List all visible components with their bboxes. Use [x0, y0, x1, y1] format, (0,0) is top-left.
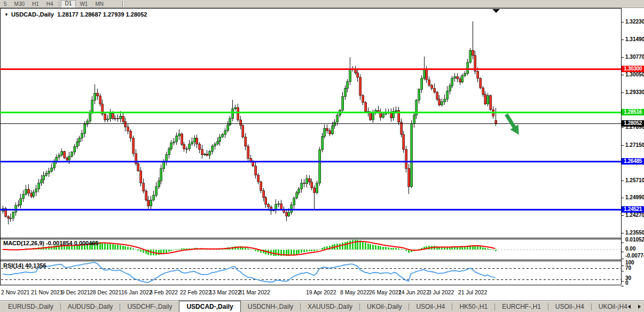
symbol-tab-xauusd[interactable]: XAUUSD-,Daily [301, 301, 359, 312]
timeframe-button-5[interactable]: 5 [0, 1, 11, 7]
macd-signal-value: 0.000465 [74, 240, 99, 246]
tab-scroll-right-icon[interactable] [638, 305, 641, 309]
rsi-indicator-label: RSI(14) 40.1356 [3, 262, 46, 269]
toolbar-divider [59, 1, 59, 7]
symbol-tab-ukoil[interactable]: UKOil-,Daily [360, 301, 409, 312]
price-tick-label: 1.29330 [625, 89, 644, 95]
date-label: 3 Feb 2022 [150, 289, 178, 295]
ohlc-close-value: 1.28052 [126, 11, 147, 18]
macd-axis-label: 0.01052 [625, 237, 644, 243]
candles-group [2, 21, 497, 224]
date-label: 3 Jul 2022 [428, 289, 454, 295]
price-tick-label: 1.24990 [625, 194, 644, 200]
date-label: 19 Apr 2022 [306, 289, 336, 295]
rsi-axis-label: 70 [625, 265, 631, 271]
timeframe-toolbar: 5M30H1H4D1W1MN [0, 0, 644, 8]
date-label: 16 Jan 2022 [121, 289, 152, 295]
ohlc-low-value: 1.27939 [103, 11, 124, 18]
date-label: 21 Nov 2021 [31, 289, 63, 295]
symbol-tab-usdcnh[interactable]: USDCNH-,Daily [241, 301, 300, 312]
macd-axis-label: -0.00774 [625, 253, 644, 259]
toolbar-section-divider [122, 1, 123, 7]
price-tick-label: 1.30770 [625, 54, 644, 60]
tab-scroll-left-icon[interactable] [628, 305, 631, 309]
macd-indicator-label: MACD(12,26,9) -0.001854 0.000465 [3, 240, 99, 246]
tab-divider [618, 303, 618, 310]
price-badge: 1.28052 [622, 120, 644, 127]
chart-dropdown-icon[interactable]: ▼ [4, 12, 9, 17]
down-right-arrow-icon[interactable] [502, 112, 523, 137]
symbol-tab-usdcad[interactable]: USDCAD-,Daily [179, 301, 240, 312]
price-tick-label: 1.31490 [625, 36, 644, 42]
date-label: 31 Mar 2022 [239, 289, 270, 295]
date-label: 22 Feb 2022 [180, 289, 211, 295]
down-triangle-marker-icon [492, 9, 500, 13]
date-label: 8 May 2022 [340, 289, 370, 295]
macd-main-value: -0.001854 [46, 240, 73, 246]
ohlc-high-value: 1.28687 [80, 11, 101, 18]
trading-terminal-window: 5M30H1H4D1W1MN ▼USDCAD-,Daily 1.28177 1.… [0, 0, 644, 312]
rsi-value: 40.1356 [25, 262, 46, 269]
symbol-tab-bar: EURUSD-,DailyAUDUSD-,DailyUSDCHF-,DailyU… [0, 300, 644, 312]
price-tick-label: 1.32230 [625, 19, 644, 25]
date-label: 9 Dec 2021 [61, 289, 90, 295]
price-tick-label: 1.24270 [625, 212, 644, 218]
date-label: 13 Mar 2022 [209, 289, 241, 295]
symbol-tab-usoil[interactable]: USOil-,H4 [548, 301, 591, 312]
symbol-tab-eurchf[interactable]: EURCHF-,H1 [495, 301, 548, 312]
timeframe-button-w1[interactable]: W1 [76, 1, 91, 7]
price-tick-label: 1.27150 [625, 142, 644, 148]
price-badge: 1.26485 [622, 158, 644, 165]
price-tick-label: 1.30050 [625, 72, 644, 77]
symbol-tab-audusd[interactable]: AUDUSD-,Daily [61, 301, 120, 312]
price-tick-label: 1.23550 [625, 230, 644, 236]
timeframe-button-mn[interactable]: MN [91, 1, 107, 7]
rsi-name: RSI(14) [3, 262, 23, 269]
rsi-axis-label: 0 [625, 280, 629, 286]
macd-axis-label: 0.00 [625, 246, 635, 252]
symbol-tab-eurusd[interactable]: EURUSD-,Daily [1, 301, 60, 312]
price-badge: 1.28516 [622, 109, 644, 115]
date-label: 2 Nov 2021 [1, 289, 30, 295]
symbol-tab-usdchf[interactable]: USDCHF-,Daily [120, 301, 179, 312]
price-tick-label: 1.25710 [625, 177, 644, 183]
symbol-tab-usoil[interactable]: USOil-,H4 [409, 301, 452, 312]
tab-scroll-controls [618, 301, 641, 312]
date-label: 26 May 2022 [369, 289, 402, 295]
chart-title: ▼USDCAD-,Daily 1.28177 1.28687 1.27939 1… [4, 11, 147, 18]
date-label: 28 Dec 2021 [90, 289, 122, 295]
chart-symbol-label: USDCAD-,Daily [11, 11, 54, 18]
timeframe-button-d1[interactable]: D1 [61, 0, 76, 7]
date-label: 14 Jun 2022 [398, 289, 429, 295]
price-badge: 1.24521 [622, 206, 644, 213]
price-badge: 1.30300 [622, 66, 644, 72]
timeframe-button-h1[interactable]: H1 [28, 1, 43, 7]
date-label: 21 Jul 2022 [458, 289, 487, 295]
timeframe-button-m30[interactable]: M30 [11, 1, 28, 7]
symbol-tab-hk50[interactable]: HK50-,H1 [452, 301, 494, 312]
timeframe-button-h4[interactable]: H4 [43, 1, 57, 7]
ohlc-open-value: 1.28177 [57, 11, 78, 18]
candlestick-chart[interactable] [0, 0, 644, 312]
macd-name: MACD(12,26,9) [3, 240, 44, 246]
